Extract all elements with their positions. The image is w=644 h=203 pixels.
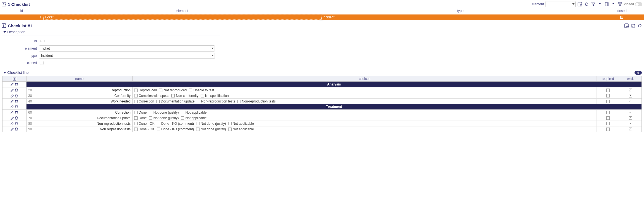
- checkbox-icon[interactable]: [196, 128, 200, 131]
- delete-icon[interactable]: [15, 82, 18, 86]
- chevron-down-icon[interactable]: [210, 53, 215, 58]
- required-checkbox[interactable]: [606, 89, 610, 92]
- filter-icon[interactable]: [591, 2, 596, 7]
- line-row[interactable]: 20ReproductionReproducedNot reproducedUn…: [3, 87, 641, 93]
- checkbox-icon[interactable]: [228, 128, 232, 131]
- edit-icon[interactable]: [10, 105, 14, 109]
- required-checkbox[interactable]: [606, 111, 610, 114]
- choice-option[interactable]: Done: [134, 116, 147, 120]
- delete-icon[interactable]: [15, 116, 18, 120]
- col-closed[interactable]: closed: [599, 9, 644, 13]
- element-select[interactable]: [39, 45, 215, 52]
- delete-icon[interactable]: [15, 88, 18, 92]
- list-row-selected[interactable]: 1 Ticket Incident: [0, 14, 644, 20]
- excl-checkbox[interactable]: [629, 111, 632, 114]
- excl-checkbox[interactable]: [629, 100, 632, 103]
- checkbox-icon[interactable]: [171, 94, 175, 97]
- edit-icon[interactable]: [10, 88, 14, 92]
- edit-icon[interactable]: [10, 82, 14, 86]
- col-required[interactable]: required: [597, 76, 619, 81]
- section-lines-header[interactable]: Checklist line 9: [2, 70, 642, 76]
- checkbox-icon[interactable]: [237, 100, 241, 103]
- columns-caret-icon[interactable]: [611, 2, 616, 7]
- choice-option[interactable]: Not applicable: [181, 116, 206, 120]
- add-row-icon[interactable]: [12, 77, 17, 81]
- excl-checkbox[interactable]: [629, 122, 632, 125]
- chevron-down-icon[interactable]: [571, 1, 575, 7]
- col-name[interactable]: name: [27, 76, 133, 81]
- checkbox-icon[interactable]: [157, 122, 160, 125]
- choice-option[interactable]: Non-reproduction tests: [197, 99, 235, 103]
- col-element[interactable]: element: [43, 9, 321, 13]
- checkbox-icon[interactable]: [159, 89, 162, 92]
- checkbox-icon[interactable]: [149, 116, 152, 120]
- filter-caret-icon[interactable]: [597, 2, 602, 7]
- line-row[interactable]: 30ConformityComplies with specsNon confo…: [3, 93, 641, 98]
- col-choices[interactable]: choices: [133, 76, 597, 81]
- required-checkbox[interactable]: [606, 128, 610, 131]
- checkbox-icon[interactable]: [134, 100, 138, 103]
- choice-option[interactable]: Not done (justify): [196, 127, 226, 131]
- edit-icon[interactable]: [10, 116, 14, 120]
- delete-icon[interactable]: [15, 105, 18, 109]
- required-checkbox[interactable]: [606, 116, 610, 120]
- checkbox-icon[interactable]: [134, 94, 138, 97]
- collapse-icon[interactable]: [3, 72, 6, 74]
- delete-icon[interactable]: [15, 127, 18, 131]
- col-excl[interactable]: excl.: [619, 76, 641, 81]
- choice-option[interactable]: Done - KO (comment): [157, 122, 194, 126]
- type-input[interactable]: [39, 53, 210, 58]
- checkbox-icon[interactable]: [156, 100, 160, 103]
- checkbox-icon[interactable]: [201, 94, 204, 97]
- choice-option[interactable]: Unable to test: [189, 88, 214, 92]
- required-checkbox[interactable]: [606, 122, 610, 125]
- tree-icon[interactable]: [617, 2, 623, 7]
- checkbox-icon[interactable]: [134, 116, 138, 120]
- checkbox-icon[interactable]: [134, 122, 138, 125]
- choice-option[interactable]: Done - KO (comment): [157, 127, 194, 131]
- choice-option[interactable]: Not reproduced: [159, 88, 187, 92]
- choice-option[interactable]: Done - OK: [134, 127, 155, 131]
- excl-checkbox[interactable]: [629, 128, 632, 131]
- checkbox-icon[interactable]: [157, 128, 160, 131]
- choice-option[interactable]: Done - OK: [134, 122, 155, 126]
- choice-option[interactable]: Complies with specs: [134, 94, 169, 98]
- edit-icon[interactable]: [10, 127, 14, 131]
- columns-icon[interactable]: [604, 2, 609, 7]
- edit-icon[interactable]: [10, 94, 14, 98]
- filter-element-input[interactable]: [546, 1, 571, 7]
- choice-option[interactable]: Done: [134, 111, 147, 114]
- line-row[interactable]: 80Non-reproduction testsDone - OKDone - …: [3, 121, 641, 126]
- checkbox-icon[interactable]: [197, 100, 200, 103]
- refresh-icon[interactable]: [637, 23, 642, 28]
- choice-option[interactable]: Non-reproduction tests: [237, 99, 276, 103]
- checkbox-icon[interactable]: [228, 122, 232, 125]
- checkbox-icon[interactable]: [134, 128, 138, 131]
- required-checkbox[interactable]: [606, 94, 610, 97]
- checkbox-icon[interactable]: [181, 116, 184, 120]
- save-icon[interactable]: [631, 23, 636, 28]
- choice-option[interactable]: No specification: [201, 94, 229, 98]
- edit-icon[interactable]: [10, 122, 14, 126]
- checkbox-icon[interactable]: [134, 111, 138, 114]
- checkbox-icon[interactable]: [196, 122, 200, 125]
- choice-option[interactable]: Not applicable: [181, 111, 206, 114]
- checkbox-icon[interactable]: [189, 89, 192, 92]
- excl-checkbox[interactable]: [629, 94, 632, 97]
- choice-option[interactable]: Reproduced: [134, 88, 157, 92]
- line-row[interactable]: 90Non regression testsDone - OKDone - KO…: [3, 126, 641, 132]
- excl-checkbox[interactable]: [629, 116, 632, 120]
- choice-option[interactable]: Not done (justify): [149, 111, 179, 114]
- section-description-header[interactable]: Description: [2, 29, 220, 35]
- splitter[interactable]: [0, 20, 644, 22]
- line-row[interactable]: 60CorrectionDoneNot done (justify)Not ap…: [3, 109, 641, 115]
- excl-checkbox[interactable]: [629, 89, 632, 92]
- delete-icon[interactable]: [15, 122, 18, 126]
- element-input[interactable]: [39, 46, 210, 51]
- choice-option[interactable]: Documentation update: [156, 99, 194, 103]
- chevron-down-icon[interactable]: [210, 46, 215, 51]
- closed-toggle[interactable]: [635, 2, 642, 6]
- filter-element-combo[interactable]: [546, 1, 576, 7]
- delete-icon[interactable]: [15, 94, 18, 98]
- closed-checkbox[interactable]: [40, 61, 44, 65]
